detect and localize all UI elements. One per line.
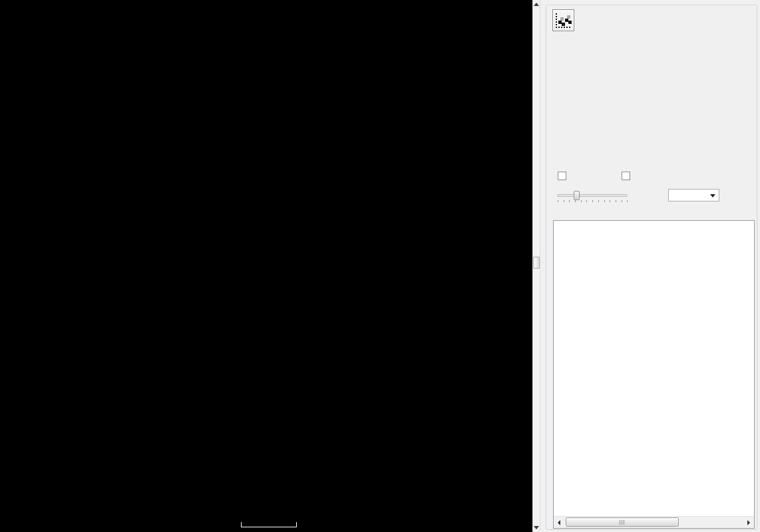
scatter-fit-icon <box>554 11 572 29</box>
include-miss-checkbox[interactable] <box>622 172 630 180</box>
legend-listbox[interactable] <box>553 220 755 529</box>
vscroll-thumb[interactable] <box>533 257 540 269</box>
vertical-scrollbar[interactable] <box>532 0 540 532</box>
scroll-up-button[interactable] <box>533 0 540 9</box>
occultation-plot <box>0 0 532 532</box>
plot-scale-slider[interactable] <box>557 194 628 197</box>
scroll-down-button[interactable] <box>533 523 540 532</box>
dropdown-arrow-icon <box>710 194 715 198</box>
hscroll-thumb[interactable] <box>566 517 679 527</box>
fit-plot-button[interactable] <box>552 9 574 31</box>
plot-scale-ticks <box>558 200 628 202</box>
scale-bar <box>241 517 297 528</box>
plot-scale-thumb[interactable] <box>574 191 580 200</box>
circular-checkbox[interactable] <box>558 172 566 180</box>
scale-bar-bracket <box>241 522 297 527</box>
scroll-left-icon[interactable] <box>554 517 564 527</box>
find-best-fit-panel <box>540 0 760 532</box>
occult-window <box>0 0 760 532</box>
legend-horizontal-scrollbar[interactable] <box>554 516 754 528</box>
scroll-right-icon[interactable] <box>743 517 753 527</box>
quality-dropdown[interactable] <box>668 189 719 201</box>
